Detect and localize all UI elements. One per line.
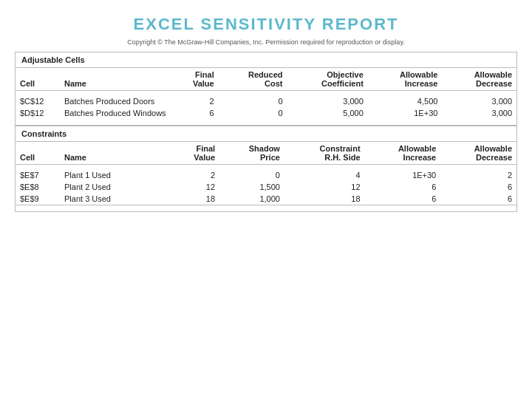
constraints-label: Constraints <box>21 129 66 138</box>
cell-allow-dec: 3,000 <box>442 107 516 119</box>
cell-final-value: 6 <box>171 107 219 119</box>
cell-ref: $C$12 <box>16 95 60 107</box>
col-constraint-rhs: ConstraintR.H. Side <box>284 142 365 165</box>
adjustable-cells-table: Cell Name FinalValue ReducedCost Objecti… <box>16 68 516 125</box>
table-row: $C$12 Batches Produced Doors 2 0 3,000 4… <box>16 95 516 107</box>
col-shadow-price: ShadowPrice <box>219 142 284 165</box>
spacer-row <box>16 119 516 125</box>
cell-rhs: 18 <box>284 193 365 205</box>
col-name: Name <box>60 142 171 165</box>
cell-allow-inc: 1E+30 <box>368 107 443 119</box>
cell-final-value: 12 <box>171 181 219 193</box>
cell-obj-coeff: 3,000 <box>287 95 368 107</box>
col-allowable-decrease: AllowableDecrease <box>442 68 516 91</box>
cell-name: Plant 1 Used <box>60 169 171 181</box>
cell-ref: $D$12 <box>16 107 60 119</box>
cell-allow-inc: 6 <box>365 193 441 205</box>
constraints-table: Cell Name FinalValue ShadowPrice Constra… <box>16 142 516 211</box>
cell-ref: $E$7 <box>16 169 60 181</box>
col-cell: Cell <box>16 68 60 91</box>
cell-obj-coeff: 5,000 <box>287 107 368 119</box>
page-title: EXCEL SENSITIVITY REPORT <box>134 15 399 34</box>
cell-name: Plant 2 Used <box>60 181 171 193</box>
cell-name: Batches Produced Doors <box>60 95 171 107</box>
col-allowable-decrease: AllowableDecrease <box>440 142 516 165</box>
page: EXCEL SENSITIVITY REPORT Copyright © The… <box>0 0 532 399</box>
copyright-text: Copyright © The McGraw-Hill Companies, I… <box>127 38 404 46</box>
col-final-value: FinalValue <box>171 142 219 165</box>
cell-allow-inc: 4,500 <box>368 95 443 107</box>
table-row: $E$9 Plant 3 Used 18 1,000 18 6 6 <box>16 193 516 205</box>
adjustable-cells-header: Adjustable Cells <box>16 52 516 68</box>
cell-shadow-price: 0 <box>219 169 284 181</box>
cell-ref: $E$8 <box>16 181 60 193</box>
col-allowable-increase: AllowableIncrease <box>365 142 441 165</box>
col-reduced-cost: ReducedCost <box>219 68 287 91</box>
cell-shadow-price: 1,000 <box>219 193 284 205</box>
cell-name: Batches Produced Windows <box>60 107 171 119</box>
col-name: Name <box>60 68 171 91</box>
cell-allow-dec: 6 <box>440 193 516 205</box>
cell-allow-dec: 2 <box>440 169 516 181</box>
adjustable-cells-col-headers: Cell Name FinalValue ReducedCost Objecti… <box>16 68 516 91</box>
col-cell: Cell <box>16 142 60 165</box>
cell-rhs: 4 <box>284 169 365 181</box>
cell-allow-dec: 6 <box>440 181 516 193</box>
col-allowable-increase: AllowableIncrease <box>368 68 443 91</box>
cell-final-value: 2 <box>171 95 219 107</box>
cell-rhs: 12 <box>284 181 365 193</box>
constraints-header: Constraints <box>16 125 516 142</box>
cell-name: Plant 3 Used <box>60 193 171 205</box>
col-final-value: FinalValue <box>171 68 219 91</box>
table-row <box>16 205 516 212</box>
cell-reduced-cost: 0 <box>219 95 287 107</box>
cell-final-value: 18 <box>171 193 219 205</box>
constraints-col-headers: Cell Name FinalValue ShadowPrice Constra… <box>16 142 516 165</box>
table-row: $E$7 Plant 1 Used 2 0 4 1E+30 2 <box>16 169 516 181</box>
cell-reduced-cost: 0 <box>219 107 287 119</box>
cell-final-value: 2 <box>171 169 219 181</box>
col-objective-coefficient: ObjectiveCoefficient <box>287 68 368 91</box>
cell-allow-inc: 1E+30 <box>365 169 441 181</box>
cell-allow-inc: 6 <box>365 181 441 193</box>
table-row: $E$8 Plant 2 Used 12 1,500 12 6 6 <box>16 181 516 193</box>
adjustable-cells-label: Adjustable Cells <box>21 55 85 64</box>
table-row: $D$12 Batches Produced Windows 6 0 5,000… <box>16 107 516 119</box>
report-container: Adjustable Cells Cell Name FinalValue Re… <box>15 52 517 212</box>
cell-ref: $E$9 <box>16 193 60 205</box>
cell-allow-dec: 3,000 <box>442 95 516 107</box>
cell-shadow-price: 1,500 <box>219 181 284 193</box>
